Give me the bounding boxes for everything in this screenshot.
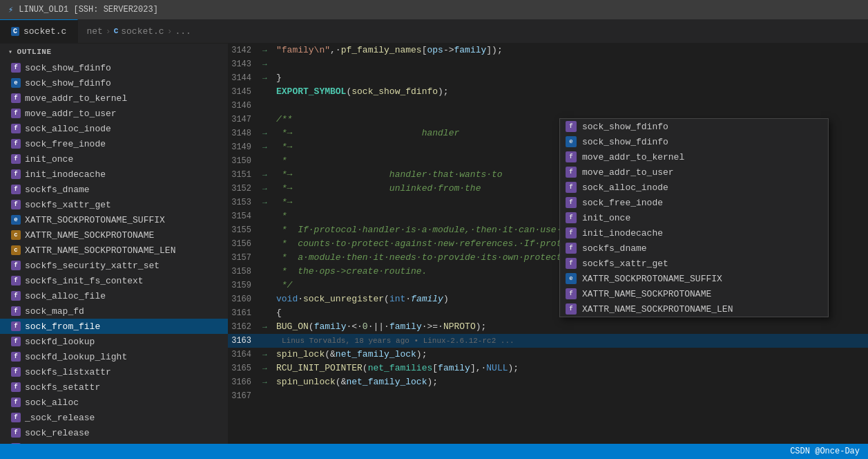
code-line-3143: 3143 → [228, 57, 868, 71]
ac-icon-2: f [566, 151, 577, 162]
outline-label-14: sockfs_init_fs_context [25, 276, 144, 286]
ac-item-4[interactable]: f sock_alloc_inode [560, 180, 828, 195]
outline-label-19: sockfd_lookup_light [25, 352, 127, 362]
outline-label-24: sock_release [25, 428, 90, 438]
ac-item-0[interactable]: f sock_show_fdinfo [560, 119, 828, 134]
ac-label-7: init_inodecache [582, 228, 663, 238]
tab-bar: C socket.c net › C socket.c › ... [0, 19, 868, 44]
outline-label-0: sock_show_fdinfo [25, 63, 111, 73]
outline-icon-5: f [11, 139, 21, 149]
ac-icon-8: f [566, 243, 577, 254]
ac-item-3[interactable]: f move_addr_to_user [560, 165, 828, 180]
outline-item-22[interactable]: fsock_alloc [0, 395, 228, 410]
ac-icon-12: f [566, 303, 577, 315]
ac-icon-9: f [566, 258, 577, 269]
outline-icon-4: f [11, 124, 21, 133]
file-c-icon: C [11, 27, 19, 36]
ac-item-1[interactable]: e sock_show_fdinfo [560, 134, 828, 149]
code-line-3142: 3142 → "family\n",·pf_family_names[ops->… [228, 44, 868, 57]
outline-label-9: sockfs_xattr_get [25, 200, 111, 210]
outline-item-23[interactable]: f_sock_release [0, 410, 228, 425]
outline-label-21: sockfs_setattr [25, 382, 100, 393]
outline-item-9[interactable]: fsockfs_xattr_get [0, 197, 228, 212]
outline-icon-16: f [11, 306, 21, 316]
ac-item-11[interactable]: f XATTR_NAME_SOCKPROTONAME [560, 286, 828, 301]
ac-item-2[interactable]: f move_addr_to_kernel [560, 149, 828, 165]
tab-socket-c[interactable]: C socket.c [0, 19, 78, 44]
ac-label-3: move_addr_to_user [582, 167, 674, 178]
outline-label-5: sock_free_inode [25, 139, 106, 149]
git-blame: Linus Torvalds, 18 years ago • Linux-2.6… [276, 337, 514, 345]
outline-item-15[interactable]: fsock_alloc_file [0, 288, 228, 303]
outline-item-7[interactable]: finit_inodecache [0, 167, 228, 182]
outline-item-2[interactable]: fmove_addr_to_kernel [0, 91, 228, 106]
ac-item-7[interactable]: f init_inodecache [560, 225, 828, 241]
code-line-3165: 3165 → RCU_INIT_POINTER(net_families[fam… [228, 362, 868, 375]
bottom-bar: CSDN @Once-Day [0, 444, 868, 459]
outline-item-14[interactable]: fsockfs_init_fs_context [0, 273, 228, 288]
ac-label-0: sock_show_fdinfo [582, 122, 668, 132]
ac-icon-3: f [566, 167, 577, 178]
ac-item-5[interactable]: f sock_free_inode [560, 195, 828, 210]
outline-icon-3: f [11, 109, 21, 118]
outline-item-6[interactable]: finit_once [0, 151, 228, 167]
ac-icon-1: e [566, 136, 577, 147]
ac-icon-0: f [566, 121, 577, 132]
sidebar: ▾ OUTLINE fsock_show_fdinfoesock_show_fd… [0, 44, 228, 444]
outline-item-4[interactable]: fsock_alloc_inode [0, 121, 228, 136]
code-line-3167: 3167 [228, 389, 868, 403]
breadcrumb-net: net [86, 26, 102, 37]
credit-label: CSDN @Once-Day [790, 447, 860, 456]
tab-label: socket.c [23, 26, 66, 37]
outline-icon-20: f [11, 367, 21, 377]
autocomplete-dropdown[interactable]: f sock_show_fdinfo e sock_show_fdinfo f … [559, 118, 829, 317]
outline-icon-11: c [11, 230, 21, 240]
code-editor[interactable]: 3142 → "family\n",·pf_family_names[ops->… [228, 44, 868, 444]
code-line-3163: 3163 Linus Torvalds, 18 years ago • Linu… [228, 334, 868, 348]
ac-item-10[interactable]: e XATTR_SOCKPROTONAME_SUFFIX [560, 271, 828, 286]
outline-item-16[interactable]: fsock_map_fd [0, 303, 228, 319]
outline-label-22: sock_alloc [25, 397, 79, 408]
code-line-3162: 3162 → BUG_ON(family·<·0·||·family·>=·NP… [228, 320, 868, 334]
outline-label-18: sockfd_lookup [25, 337, 95, 347]
ac-item-9[interactable]: f sockfs_xattr_get [560, 256, 828, 271]
ac-label-10: XATTR_SOCKPROTONAME_SUFFIX [582, 274, 722, 284]
remote-icon: ⚡ [8, 5, 13, 15]
outline-item-3[interactable]: fmove_addr_to_user [0, 106, 228, 121]
ac-item-8[interactable]: f sockfs_dname [560, 241, 828, 256]
outline-icon-1: e [11, 78, 21, 88]
outline-label-2: move_addr_to_kernel [25, 93, 127, 104]
outline-item-24[interactable]: fsock_release [0, 425, 228, 440]
code-line-3164: 3164 → spin_lock(&net_family_lock); [228, 348, 868, 362]
breadcrumb: net › C socket.c › ... [78, 26, 199, 37]
ac-icon-4: f [566, 182, 577, 193]
sidebar-header: ▾ OUTLINE [0, 44, 228, 60]
outline-icon-15: f [11, 291, 21, 301]
outline-item-13[interactable]: fsockfs_security_xattr_set [0, 258, 228, 273]
outline-item-17[interactable]: fsock_from_file [0, 319, 228, 334]
outline-icon-12: c [11, 245, 21, 255]
outline-item-0[interactable]: fsock_show_fdinfo [0, 60, 228, 75]
outline-item-12[interactable]: cXATTR_NAME_SOCKPROTONAME_LEN [0, 243, 228, 258]
code-line-3166: 3166 → spin_unlock(&net_family_lock); [228, 375, 868, 389]
outline-label-4: sock_alloc_inode [25, 124, 111, 134]
outline-item-21[interactable]: fsockfs_setattr [0, 380, 228, 395]
outline-icon-14: f [11, 276, 21, 285]
ac-icon-11: f [566, 288, 577, 299]
outline-item-1[interactable]: esock_show_fdinfo [0, 75, 228, 91]
outline-item-5[interactable]: fsock_free_inode [0, 136, 228, 151]
code-line-3144: 3144 → } [228, 71, 868, 85]
outline-icon-9: f [11, 200, 21, 209]
outline-icon-0: f [11, 63, 21, 73]
outline-item-8[interactable]: fsockfs_dname [0, 182, 228, 197]
outline-item-18[interactable]: fsockfd_lookup [0, 334, 228, 349]
outline-item-20[interactable]: fsockfs_listxattr [0, 364, 228, 380]
ac-item-12[interactable]: f XATTR_NAME_SOCKPROTONAME_LEN [560, 301, 828, 317]
outline-label-1: sock_show_fdinfo [25, 78, 111, 88]
ac-item-6[interactable]: f init_once [560, 210, 828, 225]
outline-item-11[interactable]: cXATTR_NAME_SOCKPROTONAME [0, 227, 228, 243]
outline-item-10[interactable]: eXATTR_SOCKPROTONAME_SUFFIX [0, 212, 228, 227]
ac-icon-7: f [566, 227, 577, 238]
code-line-3145: 3145 EXPORT_SYMBOL(sock_show_fdinfo); [228, 85, 868, 99]
outline-item-19[interactable]: fsockfd_lookup_light [0, 349, 228, 364]
